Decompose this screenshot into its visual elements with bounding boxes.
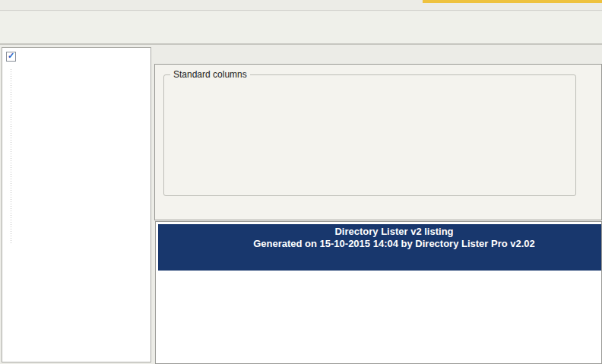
preview-pane: Directory Lister v2 listing Generated on… bbox=[155, 221, 602, 364]
preview-table-footer-band bbox=[158, 266, 602, 271]
window-top-accent bbox=[423, 0, 602, 3]
standard-columns-groupbox: Standard columns bbox=[163, 74, 576, 196]
toolbar bbox=[0, 11, 602, 45]
directory-tree bbox=[2, 63, 150, 64]
groupbox-legend: Standard columns bbox=[170, 69, 250, 80]
preview-title-band: Directory Lister v2 listing Generated on… bbox=[158, 224, 602, 252]
directory-lister-window: Standard columns Directory Lister v2 lis… bbox=[0, 0, 602, 364]
preview-table-header bbox=[158, 252, 602, 266]
sidebar bbox=[2, 47, 151, 362]
settings-tab-bar bbox=[154, 46, 602, 64]
standard-columns-panel: Standard columns bbox=[154, 64, 602, 220]
preview-subtitle: Generated on 15-10-2015 14:04 by Directo… bbox=[158, 238, 602, 250]
select-with-subdirectories-checkbox[interactable] bbox=[6, 52, 16, 62]
preview-title: Directory Lister v2 listing bbox=[158, 226, 602, 238]
select-with-subdirectories-row bbox=[2, 48, 150, 63]
preview-table: Directory Lister v2 listing Generated on… bbox=[158, 224, 602, 271]
